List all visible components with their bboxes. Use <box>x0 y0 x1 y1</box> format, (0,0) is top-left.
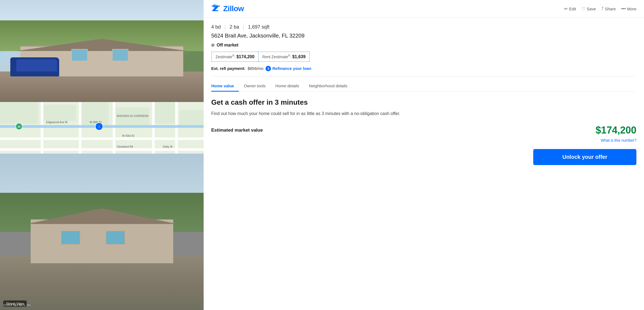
zestimate-row: Zestimate®: $174,200 Rent Zestimate®: $1… <box>211 51 636 62</box>
unlock-offer-button[interactable]: Unlock your offer <box>533 149 636 165</box>
section-divider <box>211 76 636 76</box>
edit-button[interactable]: ✏ Edit <box>564 6 576 11</box>
share-button[interactable]: ⤴ Share <box>601 6 616 11</box>
beds-spec: 4 bd <box>211 24 225 30</box>
zestimate-value: $174,200 <box>236 54 255 59</box>
house-photo-top[interactable] <box>0 0 204 102</box>
tab-home-details[interactable]: Home details <box>270 81 304 91</box>
left-panel: Edgewood Ave W W 45th St W 43rd St Cleve… <box>0 0 204 310</box>
heart-icon: ♡ <box>582 6 585 11</box>
svg-text:MAGNOLIA GARDENS: MAGNOLIA GARDENS <box>117 114 149 117</box>
svg-rect-6 <box>179 110 204 126</box>
property-address: 5624 Brait Ave, Jacksonville, FL 32209 <box>211 33 636 39</box>
status-text: Off market <box>217 43 238 48</box>
rent-zestimate-label: Rent Zestimate®: <box>262 55 292 59</box>
zillow-logo-text: Zillow <box>223 4 244 13</box>
main-content: 4 bd | 2 ba | 1,697 sqft 5624 Brait Ave,… <box>204 18 644 165</box>
rent-zestimate-box[interactable]: Rent Zestimate®: $1,639 <box>258 52 310 62</box>
header: Zillow ✏ Edit ♡ Save ⤴ Share ••• More <box>204 0 644 18</box>
zestimate-box[interactable]: Zestimate®: $174,200 <box>211 52 258 62</box>
tab-home-value[interactable]: Home value <box>211 81 239 91</box>
cash-offer-title: Get a cash offer in 3 minutes <box>211 98 636 107</box>
svg-rect-2 <box>43 105 76 121</box>
share-icon: ⤴ <box>601 6 604 11</box>
svg-text:Doby St: Doby St <box>163 145 173 148</box>
sqft-spec: 1,697 sqft <box>244 24 273 30</box>
refi-label: Est. refi payment: <box>211 66 245 71</box>
refi-icon: $ <box>266 66 271 71</box>
refi-link-text: Refinance your loan <box>272 66 311 71</box>
svg-text:⌂: ⌂ <box>98 125 100 128</box>
copyright-label: ©2024 NEFMLS, Inc <box>3 303 31 307</box>
right-panel: Zillow ✏ Edit ♡ Save ⤴ Share ••• More <box>204 0 644 310</box>
refi-row: Est. refi payment: $856/mo $ Refinance y… <box>211 66 636 71</box>
save-label: Save <box>587 7 596 11</box>
street-view-photo[interactable]: Street View ©2024 NEFMLS, Inc <box>0 154 204 310</box>
property-map[interactable]: Edgewood Ave W W 45th St W 43rd St Cleve… <box>0 102 204 154</box>
logo[interactable]: Zillow <box>211 4 244 14</box>
baths-spec: 2 ba <box>226 24 243 30</box>
cash-offer-description: Find out how much your home could sell f… <box>211 110 401 117</box>
market-value-label: Estimated market value <box>211 128 263 133</box>
svg-text:Cleveland Rd: Cleveland Rd <box>117 145 133 148</box>
svg-rect-9 <box>0 148 204 151</box>
header-actions: ✏ Edit ♡ Save ⤴ Share ••• More <box>564 6 636 11</box>
more-button[interactable]: ••• More <box>621 6 636 11</box>
svg-text:W 43rd St: W 43rd St <box>122 134 134 137</box>
status-dot <box>211 44 214 47</box>
what-is-number-link[interactable]: What is this number? <box>211 138 636 142</box>
more-label: More <box>627 7 636 11</box>
zillow-logo-icon <box>211 4 221 14</box>
svg-rect-5 <box>155 102 176 124</box>
refinance-link[interactable]: $ Refinance your loan <box>266 66 311 71</box>
share-label: Share <box>605 7 616 11</box>
save-button[interactable]: ♡ Save <box>582 6 596 11</box>
status-row: Off market <box>211 43 636 48</box>
refi-value: $856/mo <box>248 66 263 71</box>
svg-rect-8 <box>0 137 204 140</box>
more-icon: ••• <box>621 6 626 11</box>
svg-text:23: 23 <box>18 125 20 128</box>
cash-offer-section: Get a cash offer in 3 minutes Find out h… <box>211 98 636 165</box>
svg-rect-1 <box>0 102 38 124</box>
rent-zestimate-value: $1,639 <box>292 54 305 59</box>
market-value-row: Estimated market value $174,200 <box>211 125 636 136</box>
tab-neighborhood-details[interactable]: Neighborhood details <box>304 81 352 91</box>
svg-text:Edgewood Ave W: Edgewood Ave W <box>46 121 68 124</box>
tabs-nav: Home value Owner tools Home details Neig… <box>211 81 636 92</box>
zestimate-label: Zestimate®: <box>216 55 236 59</box>
property-specs: 4 bd | 2 ba | 1,697 sqft <box>211 24 636 30</box>
tab-owner-tools[interactable]: Owner tools <box>239 81 270 91</box>
market-value-amount: $174,200 <box>596 125 636 136</box>
edit-label: Edit <box>569 7 576 11</box>
edit-icon: ✏ <box>564 6 568 11</box>
